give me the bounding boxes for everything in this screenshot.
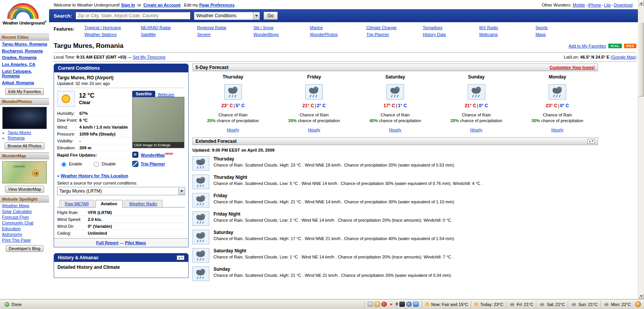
clock-icon[interactable] <box>635 301 641 307</box>
mail-icon[interactable] <box>375 302 380 307</box>
feature-link-wunderblogs[interactable]: WunderBlogs <box>253 32 310 37</box>
weather-history-link[interactable]: Weather History for This Location <box>61 173 128 178</box>
disable-radio[interactable] <box>94 162 99 167</box>
rain-cloud-icon[interactable] <box>549 84 566 100</box>
tray-weather-today[interactable]: Today: 23°C <box>471 301 506 308</box>
customize-icons-link[interactable]: Customize Your Icons! <box>550 65 595 70</box>
weather-underground-logo[interactable]: Weather Underground® <box>0 0 49 34</box>
edit-my-favorites-button[interactable]: Edit My Favorites <box>5 88 44 95</box>
rain-cloud-icon[interactable] <box>386 84 404 100</box>
tab-satellite[interactable]: Satellite <box>132 91 155 97</box>
full-report-link[interactable]: Full Report <box>96 240 118 245</box>
feature-link-wunderphotos[interactable]: WunderPhotos <box>310 32 366 37</box>
go-button[interactable]: Go <box>263 11 278 20</box>
feature-link-webcams[interactable]: Webcams <box>479 32 536 37</box>
feature-link-satellite[interactable]: Satellite <box>141 32 197 37</box>
tray-weather-now[interactable]: Now: Fair and 15°C <box>422 301 471 308</box>
scroll-up-icon[interactable] <box>638 0 644 6</box>
tray-weather-sat[interactable]: Sat: 21°C <box>536 301 567 308</box>
spotlight-link[interactable]: Astronomy <box>0 231 49 237</box>
feature-link-weather-stations[interactable]: Weather Stations <box>84 32 141 37</box>
feature-link-sports[interactable]: Sports <box>536 25 592 30</box>
hourly-link[interactable]: Hourly <box>227 128 239 132</box>
wundermap-link[interactable]: WunderMap <box>141 153 165 157</box>
feature-link-maps[interactable]: Maps <box>536 32 592 37</box>
gmail-notifier-icon[interactable]: M <box>388 302 394 307</box>
scrollbar-thumb[interactable] <box>638 22 644 97</box>
create-account-link[interactable]: Create an Account <box>143 3 181 7</box>
feature-link-wx-radio[interactable]: WX Radio <box>479 25 536 30</box>
tray-weather-fri[interactable]: Fri: 21°C <box>506 301 536 308</box>
feature-link-tornadoes[interactable]: Tornadoes <box>423 25 479 30</box>
sidebar-item-recent-city[interactable]: Luizi Calugara, Romania <box>0 68 49 79</box>
photo-link-country[interactable]: Romania <box>8 136 25 140</box>
collapse-icon[interactable]: ▲▼ <box>587 139 595 144</box>
feature-link-regional-radar[interactable]: Regional Radar <box>197 25 253 30</box>
collapse-icon[interactable]: ▲▼ <box>177 255 184 260</box>
tab-raw-metar[interactable]: Raw METAR <box>59 200 94 207</box>
tray-weather-sun[interactable]: Sun: 21°C <box>568 301 600 308</box>
ical-badge[interactable]: ICAL <box>608 44 622 48</box>
browse-all-photos-button[interactable]: Browse All Photos <box>5 142 45 149</box>
download-link[interactable]: Download <box>614 3 632 7</box>
tab-weather-radio[interactable]: Weather Radio <box>124 200 163 207</box>
mobile-link[interactable]: Mobile <box>573 3 588 7</box>
tab-aviation[interactable]: Aviation <box>95 200 123 208</box>
rapid-fire-enable[interactable]: Enable <box>59 161 82 167</box>
feature-link-nexrad[interactable]: NEXRAD Radar <box>141 25 197 30</box>
sign-in-link[interactable]: Sign In <box>121 3 135 7</box>
rain-cloud-icon[interactable] <box>468 84 485 100</box>
keyboard-layout-icon[interactable] <box>368 302 373 307</box>
spotlight-link[interactable]: Education <box>0 226 49 231</box>
spotlight-link[interactable]: Community Chat <box>0 220 49 226</box>
set-timezone-link[interactable]: Set My Timezone <box>133 55 166 59</box>
tray-weather-mon[interactable]: Mon: 22°C <box>600 301 634 308</box>
feature-link-marine[interactable]: Marine <box>310 25 366 30</box>
developers-blog-button[interactable]: Developer's Blog <box>6 245 44 252</box>
scroll-down-icon[interactable] <box>638 293 644 299</box>
wunderphoto-thumbnail[interactable] <box>2 107 47 129</box>
rain-cloud-icon[interactable] <box>305 84 323 100</box>
spotlight-link[interactable]: Print This Page <box>0 237 49 243</box>
hourly-link[interactable]: Hourly <box>551 128 564 132</box>
satellite-image[interactable]: Click Image to Enlarge <box>132 97 184 148</box>
rapid-fire-disable[interactable]: Disable <box>92 161 116 167</box>
hourly-link[interactable]: Hourly <box>308 128 320 132</box>
tab-webcam[interactable]: Webcam <box>158 92 174 97</box>
network-globe-icon[interactable] <box>406 302 412 307</box>
search-category-select[interactable]: Weather Conditions <box>194 12 260 20</box>
chevron-down-icon[interactable] <box>178 187 185 195</box>
sidebar-item-recent-city[interactable]: Adjud, Romania <box>0 79 49 86</box>
add-to-favorites-link[interactable]: Add to My Favorites <box>568 44 606 48</box>
rss-badge[interactable]: RSS <box>624 44 636 48</box>
feature-link-climate-change[interactable]: Climate Change <box>366 25 423 30</box>
spotlight-link[interactable]: Solar Calculator <box>0 208 49 214</box>
network-monitors-icon[interactable] <box>413 302 419 307</box>
pilot-maps-link[interactable]: Pilot Maps <box>125 240 146 245</box>
sidebar-item-recent-city[interactable]: Oradea, Romania <box>0 54 49 61</box>
feature-link-severe[interactable]: Severe <box>197 32 253 37</box>
wundermap-thumbnail[interactable]: Daleville 79 <box>2 161 47 183</box>
feature-link-history-data[interactable]: History Data <box>423 32 479 37</box>
spotlight-link[interactable]: Weather Maps <box>0 203 49 208</box>
feature-link-ski-snow[interactable]: Ski / Snow <box>253 25 310 30</box>
hourly-link[interactable]: Hourly <box>389 128 401 132</box>
page-preferences-link[interactable]: Page Preferences <box>199 3 235 7</box>
flag-icon[interactable] <box>399 302 405 307</box>
search-input[interactable] <box>76 12 191 20</box>
photo-link-city[interactable]: Targu Mures <box>8 130 31 135</box>
google-map-link[interactable]: (Google Map) <box>611 55 636 59</box>
sidebar-item-recent-city[interactable]: Los Angeles, CA <box>0 61 49 68</box>
trip-planner-link[interactable]: Trip Planner <box>141 162 165 166</box>
feature-link-tropical[interactable]: Tropical / Hurricane <box>84 25 141 30</box>
station-source-select[interactable]: Targu Mures (LRTM) <box>57 187 185 195</box>
lite-link[interactable]: Lite <box>604 3 614 7</box>
sidebar-item-recent-city[interactable]: Bucharest, Romania <box>0 47 49 54</box>
iphone-link[interactable]: iPhone <box>588 3 604 7</box>
spotlight-link[interactable]: Forecast Flyer <box>0 214 49 220</box>
vertical-scrollbar[interactable] <box>638 0 644 299</box>
view-wundermap-button[interactable]: View WunderMap <box>5 186 44 193</box>
chevron-down-icon[interactable] <box>253 12 260 20</box>
enable-radio[interactable] <box>61 162 66 167</box>
hourly-link[interactable]: Hourly <box>470 128 483 132</box>
